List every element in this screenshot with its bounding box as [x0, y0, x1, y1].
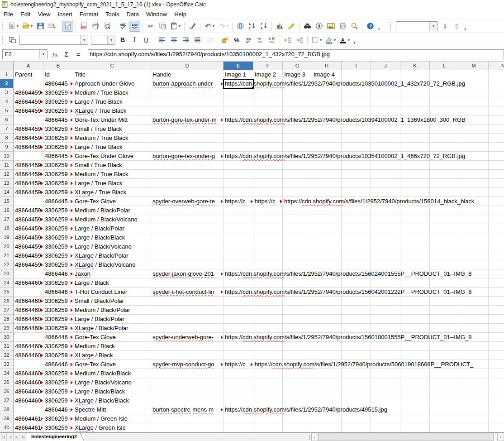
sort-ascending-button[interactable]: AZ: [247, 21, 257, 32]
open-button[interactable]: ▾: [21, 21, 34, 32]
cell-A3[interactable]: 48664459: [14, 88, 43, 97]
cell-I13[interactable]: [342, 179, 371, 188]
zoom-button[interactable]: [349, 21, 360, 32]
row-header-27[interactable]: 27: [0, 306, 14, 315]
row-header-2[interactable]: 2: [0, 79, 14, 88]
cell-H27[interactable]: [312, 306, 342, 315]
cell-M1[interactable]: [459, 70, 489, 79]
cell-L5[interactable]: [430, 106, 459, 115]
menu-tools[interactable]: Tools: [102, 10, 123, 19]
cell-L3[interactable]: [430, 88, 459, 97]
align-right-button[interactable]: [180, 34, 191, 45]
menu-format[interactable]: Format: [76, 10, 102, 19]
bold-button[interactable]: B: [117, 34, 128, 45]
cell-N9[interactable]: [489, 143, 504, 152]
cell-N31[interactable]: [489, 342, 504, 351]
cell-D28[interactable]: [151, 315, 223, 324]
cell-N26[interactable]: [489, 297, 504, 306]
cell-A40[interactable]: 48664461: [14, 423, 43, 432]
cell-F31[interactable]: [253, 342, 283, 351]
cell-C15[interactable]: Gore-Tex Glove: [73, 197, 151, 206]
active-cell-selection[interactable]: [223, 79, 254, 89]
row-header-4[interactable]: 4: [0, 97, 14, 106]
font-color-button[interactable]: A▾: [338, 34, 351, 45]
cell-N22[interactable]: [489, 260, 504, 269]
cell-L36[interactable]: [430, 387, 459, 396]
merge-cells-button[interactable]: [204, 34, 214, 45]
cell-C36[interactable]: Large / Black/Black: [73, 387, 151, 396]
cell-M12[interactable]: [459, 170, 489, 179]
cell-M16[interactable]: [459, 206, 489, 215]
cell-G27[interactable]: [283, 306, 312, 315]
cell-M26[interactable]: [459, 297, 489, 306]
cell-A15[interactable]: [14, 197, 43, 206]
cell-B3[interactable]: 3306259: [43, 88, 73, 97]
cell-K8[interactable]: [400, 134, 430, 143]
cell-M37[interactable]: [459, 396, 489, 405]
cell-G12[interactable]: [283, 170, 312, 179]
cell-D22[interactable]: [151, 260, 223, 269]
cell-I37[interactable]: [342, 396, 371, 405]
cell-A29[interactable]: 48664460: [14, 324, 43, 333]
cell-M35[interactable]: [459, 378, 489, 387]
font-size-dropdown-icon[interactable]: ▾: [107, 35, 115, 44]
cell-L9[interactable]: [430, 143, 459, 152]
cell-B26[interactable]: 3306259: [43, 297, 73, 306]
cell-C28[interactable]: Large / Black/Polar: [73, 315, 151, 324]
row-header-3[interactable]: 3: [0, 88, 14, 97]
add-decimal-button[interactable]: +0.000: [255, 34, 266, 45]
cell-K18[interactable]: [400, 224, 430, 233]
cell-G39[interactable]: [283, 414, 312, 423]
cell-J18[interactable]: [371, 224, 400, 233]
cell-M20[interactable]: [459, 242, 489, 251]
cell-I7[interactable]: [342, 125, 371, 134]
cell-E39[interactable]: [223, 414, 253, 423]
cell-K3[interactable]: [400, 88, 430, 97]
cell-D18[interactable]: [151, 224, 223, 233]
cell-F37[interactable]: [253, 396, 283, 405]
cut-button[interactable]: ✂: [145, 21, 156, 32]
cell-I12[interactable]: [342, 170, 371, 179]
background-color-button[interactable]: ▾: [324, 34, 337, 45]
cell-L12[interactable]: [430, 170, 459, 179]
cell-I35[interactable]: [342, 378, 371, 387]
cell-D14[interactable]: [151, 188, 223, 197]
cell-A13[interactable]: 48664459: [14, 179, 43, 188]
cell-L20[interactable]: [430, 242, 459, 251]
cell-C11[interactable]: Small / True Black: [73, 161, 151, 170]
cell-D19[interactable]: [151, 233, 223, 242]
cell-E17[interactable]: [223, 215, 253, 224]
cell-L16[interactable]: [430, 206, 459, 215]
undo-button[interactable]: ↶▾: [203, 21, 216, 32]
cell-M18[interactable]: [459, 224, 489, 233]
cell-L4[interactable]: [430, 97, 459, 106]
cell-B15[interactable]: 4866445: [43, 197, 73, 206]
cell-G24[interactable]: [283, 278, 312, 288]
cell-K34[interactable]: [400, 369, 430, 378]
decrease-indent-button[interactable]: [282, 34, 293, 45]
cell-L34[interactable]: [430, 369, 459, 378]
increase-indent-button[interactable]: [294, 34, 305, 45]
sum-button[interactable]: Σ: [61, 49, 72, 60]
cell-L29[interactable]: [430, 324, 459, 333]
cell-I22[interactable]: [342, 260, 371, 269]
cell-E40[interactable]: [223, 423, 253, 432]
edit-file-button[interactable]: [62, 21, 73, 32]
cell-I40[interactable]: [342, 423, 371, 432]
cell-D5[interactable]: [151, 106, 223, 115]
new-button[interactable]: ▾: [7, 21, 20, 32]
cell-M27[interactable]: [459, 306, 489, 315]
cell-E14[interactable]: [223, 188, 253, 197]
scrollbar-splitter[interactable]: [308, 433, 311, 441]
row-header-40[interactable]: 40: [0, 423, 14, 432]
cell-K24[interactable]: [400, 278, 430, 288]
cell-C6[interactable]: Gore-Tex Under Mitt: [73, 115, 151, 125]
cell-A36[interactable]: 48664460: [14, 387, 43, 396]
cell-I9[interactable]: [342, 143, 371, 152]
cell-D23[interactable]: spyder-jaxon-glove-201: [151, 269, 223, 278]
cell-K19[interactable]: [400, 233, 430, 242]
cell-A7[interactable]: 48664459: [14, 125, 43, 134]
cell-J24[interactable]: [371, 278, 400, 288]
cell-F35[interactable]: [253, 378, 283, 387]
export-pdf-button[interactable]: PDF: [78, 21, 89, 32]
